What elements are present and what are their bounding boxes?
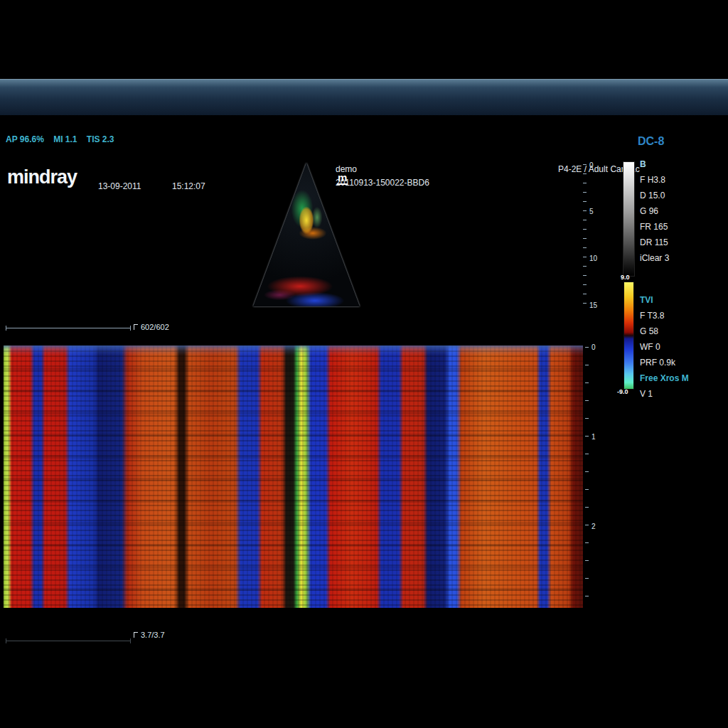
b-param-gain: G 96 (640, 203, 669, 219)
tvi-param-wallfilter: WF 0 (640, 339, 689, 355)
time-scale-line (6, 328, 131, 328)
frame-counter: 602/602 (134, 323, 169, 331)
depth-ruler-label: 5 (589, 208, 594, 215)
exam-time: 15:12:07 (172, 181, 205, 191)
tvi-params: TVI F T3.8 G 58 WF 0 PRF 0.9k Free Xros … (640, 292, 689, 402)
acoustic-output-status: AP 96.6% MI 1.1 TIS 2.3 (6, 134, 122, 144)
b-param-frequency: F H3.8 (640, 172, 669, 188)
b-mode-label: B (640, 156, 669, 172)
tvi-param-gain: G 58 (640, 323, 689, 339)
tvi-scale-min: -9.0 (617, 388, 628, 395)
brand-logo: mindray (7, 166, 77, 188)
caliper-corner-icon (134, 324, 138, 330)
grayscale-map-bar (623, 161, 635, 277)
tvi-param-prf: PRF 0.9k (640, 355, 689, 370)
depth-ruler-label: 0 (589, 161, 594, 169)
acoustic-power-value: AP 96.6% (6, 134, 44, 144)
thermal-index-value: TIS 2.3 (87, 134, 114, 144)
mmode-depth-ticks (585, 347, 589, 607)
m-mode-cursor-marker: m (337, 171, 348, 185)
mmode-depth-label: 0 (592, 343, 596, 351)
tvi-param-frequency: F T3.8 (640, 308, 689, 323)
mmode-depth-label: 2 (592, 523, 596, 530)
depth-ruler-ticks (583, 164, 587, 308)
mmode-depth-label: 1 (592, 433, 596, 441)
mmode-color-sweep (4, 346, 583, 608)
system-model-label: DC-8 (638, 135, 664, 148)
depth-ruler: 0 5 10 15 (583, 162, 607, 310)
b-param-depth: D 15.0 (640, 188, 669, 203)
mechanical-index-value: MI 1.1 (53, 134, 77, 144)
header-bar: mindray 13-09-2011 15:12:07 demo 2011091… (0, 79, 728, 115)
free-xros-m-label: Free Xros M (640, 370, 689, 386)
b-param-dynamicrange: DR 115 (640, 235, 669, 250)
free-xros-velocity: V 1 (640, 386, 689, 402)
tvi-scale-max: 9.0 (621, 274, 630, 281)
mmode-depth-scale: 0 1 2 (585, 346, 604, 608)
tvi-colorbar (623, 282, 634, 390)
sweep-time-line (6, 641, 131, 641)
sweep-time-counter: 3.7/3.7 (134, 631, 165, 639)
b-param-iclear: iClear 3 (640, 250, 669, 266)
b-mode-params: B F H3.8 D 15.0 G 96 FR 165 DR 115 iClea… (640, 156, 669, 266)
b-param-framerate: FR 165 (640, 219, 669, 235)
depth-ruler-label: 15 (589, 301, 597, 309)
exam-date: 13-09-2011 (98, 181, 141, 191)
tvi-mode-label: TVI (640, 292, 689, 308)
caliper-corner-icon (134, 632, 138, 638)
depth-ruler-label: 10 (589, 255, 597, 262)
